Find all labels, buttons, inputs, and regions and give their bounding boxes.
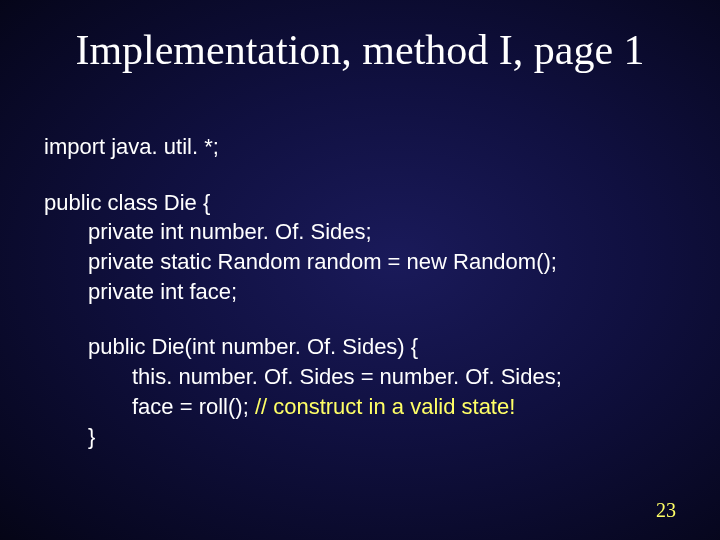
code-line: private static Random random = new Rando… — [44, 247, 690, 277]
code-comment: // construct in a valid state! — [255, 394, 515, 419]
code-line: public class Die { — [44, 188, 690, 218]
slide: Implementation, method I, page 1 import … — [0, 0, 720, 540]
code-line: public Die(int number. Of. Sides) { — [44, 332, 690, 362]
code-block: import java. util. *; public class Die {… — [44, 132, 690, 451]
page-number: 23 — [656, 499, 676, 522]
blank-line — [44, 306, 690, 332]
code-line: face = roll(); // construct in a valid s… — [44, 392, 690, 422]
code-line: private int number. Of. Sides; — [44, 217, 690, 247]
code-line: private int face; — [44, 277, 690, 307]
blank-line — [44, 162, 690, 188]
code-line: import java. util. *; — [44, 132, 690, 162]
code-line: this. number. Of. Sides = number. Of. Si… — [44, 362, 690, 392]
code-line: } — [44, 422, 690, 452]
slide-title: Implementation, method I, page 1 — [0, 26, 720, 74]
code-text: face = roll(); — [132, 394, 255, 419]
